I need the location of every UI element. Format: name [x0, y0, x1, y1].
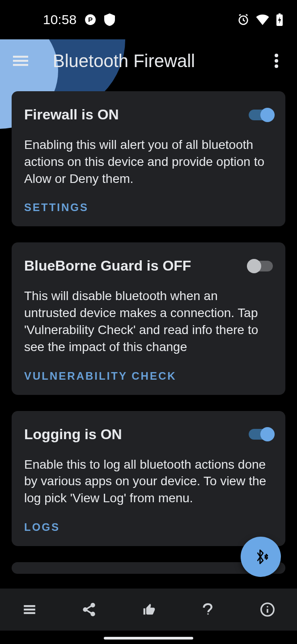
svg-point-11 [265, 556, 266, 557]
logs-button[interactable]: LOGS [24, 521, 273, 534]
page-title: Bluetooth Firewall [31, 51, 266, 71]
battery-icon [276, 13, 284, 26]
shield-icon [104, 13, 115, 26]
svg-point-9 [275, 59, 278, 63]
firewall-toggle[interactable] [249, 110, 273, 120]
nav-help-icon[interactable] [178, 589, 238, 631]
svg-rect-14 [24, 605, 36, 607]
blueborne-card-desc: This will disable bluetooth when an untr… [24, 288, 273, 355]
nav-like-icon[interactable] [119, 589, 178, 631]
svg-point-10 [275, 64, 278, 68]
bluetooth-icon [252, 548, 270, 566]
nav-info-icon[interactable] [238, 589, 297, 631]
blueborne-toggle[interactable] [249, 261, 273, 271]
nav-list-icon[interactable] [0, 589, 59, 631]
svg-rect-6 [13, 60, 28, 62]
content-area: Firewall is ON Enabling this will alert … [0, 82, 297, 574]
svg-point-12 [267, 555, 267, 556]
wifi-icon [256, 14, 269, 25]
svg-rect-15 [24, 609, 36, 610]
svg-rect-16 [24, 612, 36, 614]
svg-point-13 [267, 558, 267, 559]
svg-point-22 [267, 606, 268, 607]
logging-toggle[interactable] [249, 429, 273, 440]
more-icon[interactable] [266, 50, 287, 72]
logging-card: Logging is ON Enable this to log all blu… [12, 411, 285, 546]
nav-share-icon[interactable] [59, 589, 119, 631]
bluetooth-fab[interactable] [241, 537, 281, 577]
logging-card-desc: Enable this to log all bluetooth actions… [24, 456, 273, 507]
firewall-card-desc: Enabling this will alert you of all blue… [24, 136, 273, 187]
svg-text:P: P [88, 16, 93, 23]
bottom-nav [0, 589, 297, 631]
blueborne-card: BlueBorne Guard is OFF This will disable… [12, 242, 285, 394]
parking-icon: P [85, 14, 96, 25]
app-bar: Bluetooth Firewall [0, 39, 297, 82]
svg-rect-3 [279, 13, 281, 14]
firewall-card-title: Firewall is ON [24, 106, 119, 123]
alarm-icon [237, 13, 250, 26]
svg-point-8 [275, 54, 278, 57]
settings-button[interactable]: SETTINGS [24, 201, 273, 214]
status-bar: 10:58 P [0, 0, 297, 39]
svg-rect-7 [13, 64, 28, 66]
svg-rect-5 [13, 56, 28, 58]
status-time: 10:58 [43, 12, 76, 27]
menu-icon[interactable] [10, 50, 31, 72]
vulnerability-check-button[interactable]: VULNERABILITY CHECK [24, 370, 273, 382]
blueborne-card-title: BlueBorne Guard is OFF [24, 258, 191, 274]
gesture-bar [104, 637, 193, 640]
logging-card-title: Logging is ON [24, 426, 122, 443]
firewall-card: Firewall is ON Enabling this will alert … [12, 91, 285, 226]
